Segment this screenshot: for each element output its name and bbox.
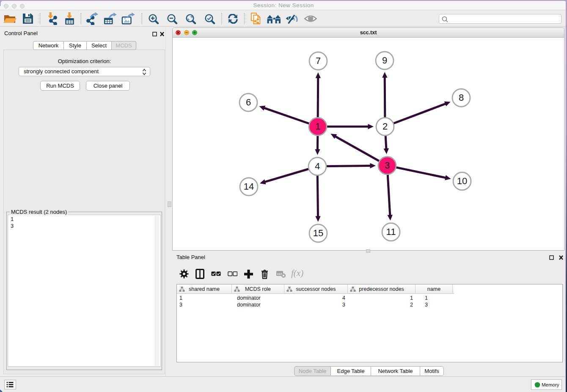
svg-text:2: 2 (383, 121, 388, 132)
svg-text:14: 14 (244, 181, 254, 192)
svg-text:1: 1 (315, 121, 320, 132)
svg-text:15: 15 (313, 228, 323, 238)
svg-text:3: 3 (385, 160, 390, 171)
svg-text:6: 6 (246, 97, 251, 108)
svg-text:8: 8 (459, 92, 464, 103)
svg-text:7: 7 (316, 55, 321, 66)
svg-text:9: 9 (382, 55, 387, 66)
svg-text:4: 4 (315, 161, 320, 171)
svg-text:10: 10 (457, 176, 467, 186)
svg-text:11: 11 (386, 226, 396, 237)
